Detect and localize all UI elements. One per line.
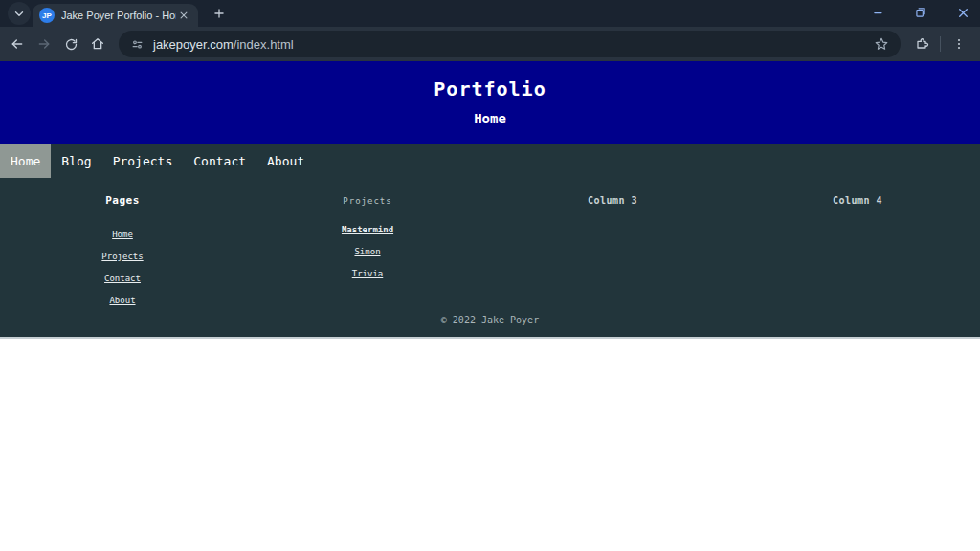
footer-column-projects: Projects Mastermind Simon Trivia [245, 178, 490, 311]
site-settings-icon[interactable] [130, 37, 145, 52]
minimize-button[interactable] [871, 5, 886, 20]
kebab-menu-icon [952, 37, 966, 51]
url-path: /index.html [234, 37, 294, 52]
tab-close-icon[interactable] [176, 8, 191, 23]
footer-columns: Pages Home Projects Contact About Projec… [0, 178, 980, 311]
reload-icon [64, 37, 78, 52]
footer-bottom-divider [0, 337, 980, 339]
arrow-left-icon [10, 36, 25, 52]
close-window-button[interactable] [955, 5, 970, 20]
list-item: Mastermind [245, 218, 490, 236]
page-header: Portfolio Home [0, 61, 980, 144]
browser-tab-strip: JP Jake Poyer Porfolio - Home [0, 0, 980, 27]
home-button[interactable] [85, 32, 110, 56]
nav-item-contact[interactable]: Contact [183, 144, 256, 178]
page-content: Portfolio Home Home Blog Projects Contac… [0, 61, 980, 339]
site-nav: Home Blog Projects Contact About [0, 144, 980, 178]
footer-link-projects[interactable]: Projects [101, 252, 143, 261]
url-domain: jakepoyer.com [153, 37, 234, 52]
tab-title: Jake Poyer Porfolio - Home [61, 10, 176, 21]
site-footer: Pages Home Projects Contact About Projec… [0, 178, 980, 337]
footer-heading-pages: Pages [0, 194, 245, 208]
extensions-button[interactable] [909, 32, 934, 56]
nav-item-blog[interactable]: Blog [51, 144, 101, 178]
home-icon [90, 36, 105, 52]
copyright-text: © 2022 Jake Poyer [0, 315, 980, 326]
reload-button[interactable] [58, 32, 83, 56]
footer-heading-column-4: Column 4 [735, 194, 980, 208]
list-item: Simon [245, 240, 490, 258]
footer-link-home[interactable]: Home [112, 230, 133, 239]
page-subtitle: Home [0, 111, 980, 126]
list-item: Contact [0, 267, 245, 285]
footer-link-trivia[interactable]: Trivia [352, 269, 384, 278]
footer-links-projects: Mastermind Simon Trivia [245, 218, 490, 280]
list-item: About [0, 289, 245, 307]
window-controls [871, 5, 970, 20]
forward-button[interactable] [32, 32, 56, 56]
browser-menu-button[interactable] [947, 32, 971, 56]
nav-item-home[interactable]: Home [0, 144, 51, 178]
footer-column-4: Column 4 [735, 178, 980, 311]
puzzle-icon [914, 36, 929, 52]
nav-item-about[interactable]: About [256, 144, 315, 178]
browser-toolbar: jakepoyer.com/index.html [0, 27, 980, 61]
footer-column-pages: Pages Home Projects Contact About [0, 178, 245, 311]
footer-links-pages: Home Projects Contact About [0, 223, 245, 307]
new-tab-button[interactable] [210, 4, 229, 23]
list-item: Home [0, 223, 245, 241]
footer-link-about[interactable]: About [109, 296, 135, 305]
page-title: Portfolio [0, 78, 980, 99]
tab-search-button[interactable] [8, 2, 31, 25]
list-item: Trivia [245, 262, 490, 280]
footer-link-mastermind[interactable]: Mastermind [342, 225, 393, 234]
bookmark-star-icon[interactable] [874, 36, 889, 52]
footer-heading-projects: Projects [245, 194, 490, 208]
toolbar-divider [940, 36, 941, 52]
browser-tab[interactable]: JP Jake Poyer Porfolio - Home [33, 4, 198, 27]
plus-icon [212, 7, 226, 20]
footer-heading-column-3: Column 3 [490, 194, 735, 208]
back-button[interactable] [5, 32, 30, 56]
url-text[interactable]: jakepoyer.com/index.html [153, 37, 294, 52]
footer-column-3: Column 3 [490, 178, 735, 311]
nav-item-projects[interactable]: Projects [102, 144, 184, 178]
site-favicon: JP [39, 8, 55, 23]
chevron-down-icon [12, 7, 26, 20]
list-item: Projects [0, 245, 245, 263]
footer-link-contact[interactable]: Contact [104, 274, 141, 283]
arrow-right-icon [36, 36, 52, 52]
restore-button[interactable] [913, 5, 928, 20]
footer-link-simon[interactable]: Simon [354, 247, 380, 256]
address-bar[interactable]: jakepoyer.com/index.html [119, 31, 901, 57]
